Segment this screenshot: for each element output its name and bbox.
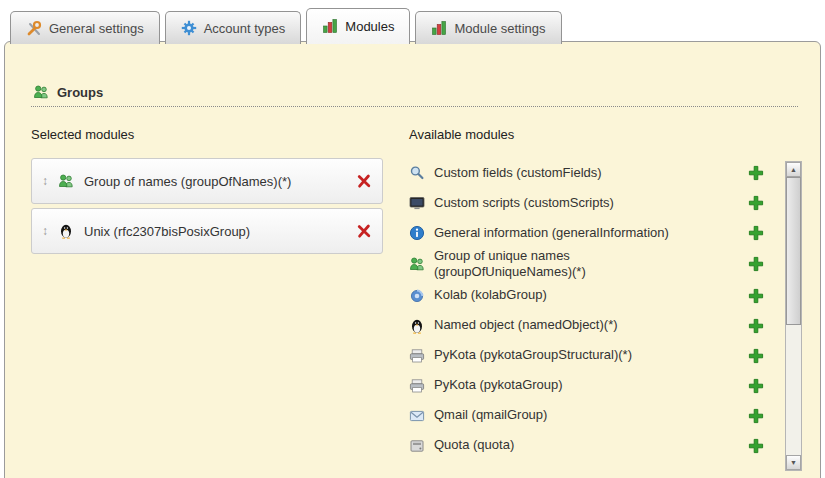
- delete-x-icon: [356, 173, 372, 189]
- available-module-label: Custom fields (customFields): [434, 165, 739, 181]
- mail-icon: [409, 408, 425, 424]
- drag-handle-icon[interactable]: ↕: [42, 225, 48, 237]
- available-module-row: Custom fields (customFields): [409, 158, 770, 188]
- available-module-row: Quota (quota): [409, 431, 770, 461]
- kolab-icon: [409, 288, 425, 304]
- add-module-button[interactable]: [748, 225, 764, 241]
- add-module-button[interactable]: [748, 256, 764, 272]
- tab-label: Modules: [345, 19, 394, 34]
- tab-general-settings[interactable]: General settings: [10, 11, 160, 44]
- scrollbar[interactable]: ▲ ▼: [785, 161, 802, 471]
- group-icon: [33, 84, 49, 100]
- add-module-button[interactable]: [748, 378, 764, 394]
- available-module-row: Custom scripts (customScripts): [409, 188, 770, 218]
- quota-icon: [409, 438, 425, 454]
- selected-modules-column: Selected modules ↕ Group of names (group…: [31, 127, 383, 461]
- available-module-label: PyKota (pykotaGroup): [434, 377, 739, 393]
- plus-icon: [748, 225, 764, 241]
- section-title: Groups: [57, 85, 103, 100]
- printer-icon: [409, 348, 425, 364]
- available-module-row: Kolab (kolabGroup): [409, 281, 770, 311]
- available-modules-column: Available modules Custom fields (customF…: [409, 127, 802, 461]
- tab-account-types[interactable]: Account types: [165, 11, 302, 44]
- lam-config-page: General settings Account types Modules M…: [0, 0, 825, 478]
- add-module-button[interactable]: [748, 318, 764, 334]
- tab-label: Module settings: [454, 21, 545, 36]
- plus-icon: [748, 318, 764, 334]
- plus-icon: [748, 195, 764, 211]
- modules-icon: [431, 20, 447, 36]
- selected-module-label: Group of names (groupOfNames)(*): [84, 174, 346, 189]
- plus-icon: [748, 165, 764, 181]
- plus-icon: [748, 256, 764, 272]
- wrench-icon: [26, 20, 42, 36]
- delete-x-icon: [356, 223, 372, 239]
- selected-module-label: Unix (rfc2307bisPosixGroup): [84, 224, 346, 239]
- scrollbar-thumb[interactable]: [786, 177, 801, 325]
- available-module-label: Group of unique names (groupOfUniqueName…: [434, 248, 739, 281]
- tab-label: Account types: [204, 21, 286, 36]
- remove-module-button[interactable]: [356, 223, 372, 239]
- available-module-row: Named object (namedObject)(*): [409, 311, 770, 341]
- selected-module-row[interactable]: ↕ Group of names (groupOfNames)(*): [31, 158, 383, 204]
- plus-icon: [748, 378, 764, 394]
- plus-icon: [748, 438, 764, 454]
- add-module-button[interactable]: [748, 165, 764, 181]
- plus-icon: [748, 288, 764, 304]
- add-module-button[interactable]: [748, 288, 764, 304]
- tab-modules[interactable]: Modules: [306, 8, 410, 44]
- available-module-row: PyKota (pykotaGroup): [409, 371, 770, 401]
- selected-module-row[interactable]: ↕ Unix (rfc2307bisPosixGroup): [31, 208, 383, 254]
- drag-handle-icon[interactable]: ↕: [42, 175, 48, 187]
- group-icon: [58, 173, 74, 189]
- available-module-label: Custom scripts (customScripts): [434, 195, 739, 211]
- tab-module-settings[interactable]: Module settings: [415, 11, 561, 44]
- available-module-label: Kolab (kolabGroup): [434, 287, 739, 303]
- modules-panel: Groups Selected modules ↕ Group of names…: [4, 41, 821, 478]
- gear-icon: [181, 20, 197, 36]
- tab-label: General settings: [49, 21, 144, 36]
- available-module-row: Group of unique names (groupOfUniqueName…: [409, 248, 770, 281]
- available-module-row: PyKota (pykotaGroupStructural)(*): [409, 341, 770, 371]
- remove-module-button[interactable]: [356, 173, 372, 189]
- printer-icon: [409, 378, 425, 394]
- available-modules-heading: Available modules: [409, 127, 770, 142]
- group-icon: [409, 256, 425, 272]
- plus-icon: [748, 348, 764, 364]
- info-icon: [409, 225, 425, 241]
- screen-icon: [409, 195, 425, 211]
- scroll-up-button[interactable]: ▲: [786, 162, 801, 177]
- selected-modules-heading: Selected modules: [31, 127, 383, 142]
- available-module-label: PyKota (pykotaGroupStructural)(*): [434, 347, 739, 363]
- available-module-label: Quota (quota): [434, 437, 739, 453]
- plus-icon: [748, 408, 764, 424]
- tux-icon: [58, 223, 74, 239]
- modules-icon: [322, 18, 338, 34]
- groups-section-heading: Groups: [31, 84, 798, 107]
- add-module-button[interactable]: [748, 408, 764, 424]
- available-module-label: Qmail (qmailGroup): [434, 407, 739, 423]
- available-module-row: Qmail (qmailGroup): [409, 401, 770, 431]
- tux-icon: [409, 318, 425, 334]
- available-module-row: General information (generalInformation): [409, 218, 770, 248]
- add-module-button[interactable]: [748, 195, 764, 211]
- available-module-label: Named object (namedObject)(*): [434, 317, 739, 333]
- tab-bar: General settings Account types Modules M…: [0, 0, 825, 43]
- magnifier-icon: [409, 165, 425, 181]
- scrollbar-track[interactable]: [786, 325, 801, 455]
- add-module-button[interactable]: [748, 348, 764, 364]
- scroll-down-button[interactable]: ▼: [786, 455, 801, 470]
- add-module-button[interactable]: [748, 438, 764, 454]
- available-module-label: General information (generalInformation): [434, 225, 739, 241]
